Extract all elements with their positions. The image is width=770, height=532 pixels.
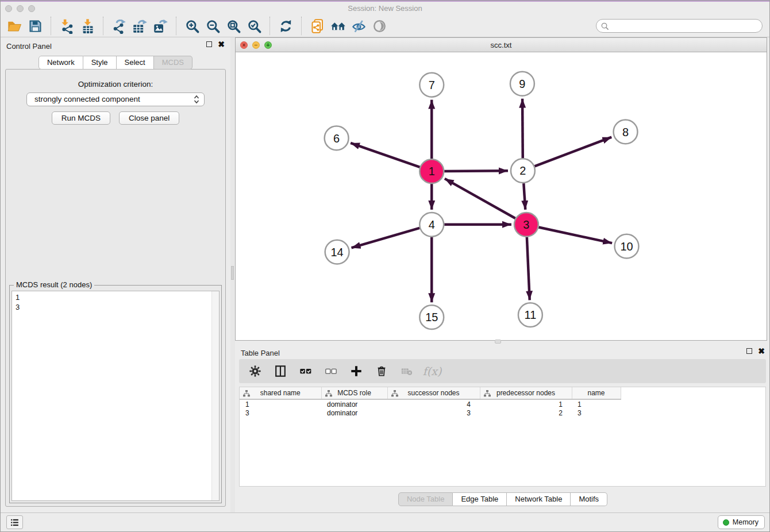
result-scrollbar[interactable]: [211, 291, 219, 500]
node-table: shared nameMCDS rolesuccessor nodesprede…: [240, 387, 621, 418]
cell-name[interactable]: 3: [572, 408, 621, 418]
edge-2-to-8[interactable]: [534, 137, 611, 167]
list-icon: [10, 518, 20, 527]
node-8[interactable]: 8: [614, 120, 638, 144]
cell-successor-nodes[interactable]: 4: [387, 399, 480, 408]
splitter-handle[interactable]: [231, 266, 234, 280]
edge-3-to-11[interactable]: [527, 237, 530, 300]
clone-network-button[interactable]: [307, 16, 328, 36]
delete-column-button[interactable]: [375, 364, 388, 378]
close-panel-icon[interactable]: ✖: [218, 41, 225, 47]
zoom-in-icon: [184, 18, 200, 34]
split-columns-icon: [274, 365, 287, 377]
tab-network-table[interactable]: Network Table: [507, 492, 571, 506]
table-row[interactable]: 1dominator411: [240, 399, 621, 408]
tab-style[interactable]: Style: [83, 56, 117, 70]
zoom-in-button[interactable]: [182, 16, 202, 36]
hide-selected-button[interactable]: [348, 16, 369, 36]
network-frame-titlebar[interactable]: × − + scc.txt: [236, 38, 767, 52]
dropdown-stepper-icon: [193, 94, 200, 105]
tab-edge-table[interactable]: Edge Table: [453, 492, 507, 506]
delete-table-button[interactable]: [400, 364, 414, 378]
cell-predecessor-nodes[interactable]: 2: [480, 408, 572, 418]
node-3[interactable]: 3: [514, 213, 538, 237]
import-network-button[interactable]: [56, 16, 77, 36]
create-column-button[interactable]: [349, 364, 363, 378]
edge-1-to-6[interactable]: [351, 143, 419, 167]
first-neighbors-button[interactable]: [328, 16, 348, 36]
node-label: 15: [425, 311, 438, 323]
refresh-view-button[interactable]: [275, 16, 296, 36]
mcds-result-area[interactable]: 1 3: [11, 291, 220, 501]
edge-4-to-14[interactable]: [352, 228, 420, 248]
cell-name[interactable]: 1: [572, 399, 621, 408]
node-1[interactable]: 1: [419, 159, 444, 183]
table-settings-button[interactable]: [248, 364, 262, 378]
cell-shared-name[interactable]: 1: [240, 399, 321, 408]
column-header-shared-name[interactable]: shared name: [240, 387, 321, 399]
node-11[interactable]: 11: [518, 303, 542, 327]
horizontal-splitter-handle[interactable]: [495, 340, 501, 344]
node-2[interactable]: 2: [511, 159, 535, 183]
zoom-out-button[interactable]: [202, 16, 223, 36]
open-session-button[interactable]: [4, 16, 25, 36]
toggle-column-view-button[interactable]: [274, 364, 287, 378]
node-9[interactable]: 9: [510, 72, 534, 96]
float-panel-icon[interactable]: [206, 41, 212, 47]
cell-MCDS-role[interactable]: dominator: [321, 399, 387, 408]
select-all-columns-button[interactable]: [299, 364, 313, 378]
cell-MCDS-role[interactable]: dominator: [321, 408, 387, 418]
criterion-dropdown[interactable]: strongly connected component: [26, 92, 205, 106]
node-14[interactable]: 14: [325, 240, 349, 264]
zoom-fit-button[interactable]: [223, 16, 244, 36]
node-label: 10: [620, 240, 633, 253]
node-4[interactable]: 4: [419, 213, 444, 237]
save-session-button[interactable]: [25, 16, 45, 36]
export-image-button[interactable]: [150, 16, 171, 36]
mcds-result-group: MCDS result (2 nodes) 1 3: [9, 285, 222, 503]
edge-1-to-2[interactable]: [444, 171, 508, 171]
cell-successor-nodes[interactable]: 3: [387, 408, 480, 418]
close-panel-button[interactable]: Close panel: [119, 111, 179, 125]
node-7[interactable]: 7: [419, 73, 444, 97]
node-6[interactable]: 6: [325, 126, 349, 150]
vertical-splitter[interactable]: [230, 37, 235, 514]
zoom-selected-button[interactable]: [244, 16, 264, 36]
node-15[interactable]: 15: [419, 305, 444, 329]
search-field[interactable]: [596, 19, 763, 33]
edge-3-to-10[interactable]: [538, 227, 612, 243]
run-mcds-button[interactable]: Run MCDS: [52, 111, 110, 125]
function-builder-button[interactable]: f(x): [425, 364, 439, 378]
search-input[interactable]: [611, 20, 757, 32]
edge-2-to-3[interactable]: [523, 183, 525, 210]
column-header-predecessor-nodes[interactable]: predecessor nodes: [480, 387, 572, 399]
tab-mcds[interactable]: MCDS: [154, 56, 192, 70]
unselect-all-columns-button[interactable]: [324, 364, 338, 378]
column-header-successor-nodes[interactable]: successor nodes: [387, 387, 480, 399]
close-table-panel-icon[interactable]: ✖: [758, 348, 765, 354]
network-graph: 7968124314101511: [236, 52, 767, 340]
node-label: 1: [429, 165, 435, 178]
edge-2-to-9[interactable]: [522, 99, 523, 159]
edge-3-to-1[interactable]: [445, 179, 515, 218]
export-table-button[interactable]: [129, 16, 150, 36]
import-table-button[interactable]: [77, 16, 98, 36]
column-header-name[interactable]: name: [572, 387, 621, 399]
show-all-button[interactable]: [369, 16, 390, 36]
cell-predecessor-nodes[interactable]: 1: [480, 399, 572, 408]
node-10[interactable]: 10: [615, 234, 639, 259]
tab-network[interactable]: Network: [38, 56, 83, 70]
unchecked-boxes-icon: [325, 365, 337, 377]
memory-button[interactable]: Memory: [718, 515, 765, 529]
table-row[interactable]: 3dominator323: [240, 408, 621, 418]
task-history-button[interactable]: [6, 515, 23, 529]
tab-node-table[interactable]: Node Table: [398, 492, 453, 506]
network-canvas[interactable]: 7968124314101511: [236, 52, 767, 340]
float-table-panel-icon[interactable]: [746, 348, 752, 354]
column-header-MCDS-role[interactable]: MCDS role: [321, 387, 387, 399]
cell-shared-name[interactable]: 3: [240, 408, 321, 418]
tab-select[interactable]: Select: [117, 56, 154, 70]
application-window: Session: New Session Control Panel: [0, 0, 770, 532]
export-network-button[interactable]: [109, 16, 129, 36]
tab-motifs[interactable]: Motifs: [571, 492, 607, 506]
